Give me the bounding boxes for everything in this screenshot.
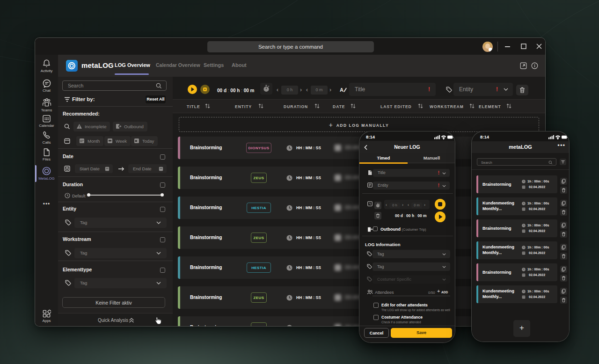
svg-text:A: A bbox=[340, 87, 343, 93]
